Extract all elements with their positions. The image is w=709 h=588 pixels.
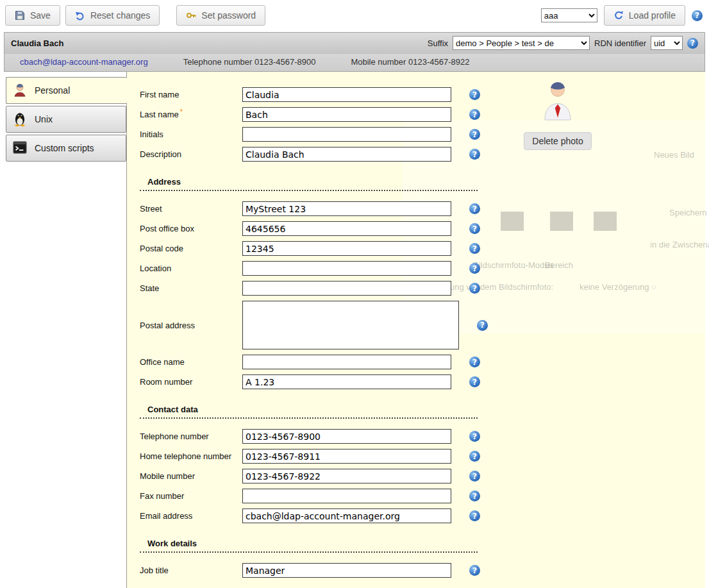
home-telephone-input[interactable] (242, 449, 451, 464)
save-icon (15, 10, 25, 21)
field-label: Location (140, 264, 242, 273)
last-name-input[interactable] (242, 107, 451, 122)
profile-select[interactable]: aaa (541, 8, 597, 22)
help-icon[interactable]: ? (469, 431, 480, 442)
reload-icon (613, 10, 624, 21)
tab-custom-scripts[interactable]: Custom scripts (6, 135, 126, 162)
help-icon[interactable]: ? (469, 471, 480, 482)
help-icon[interactable]: ? (469, 109, 480, 120)
help-icon[interactable]: ? (477, 320, 488, 331)
help-icon[interactable]: ? (469, 491, 480, 501)
field-label: Last name* (140, 110, 242, 119)
account-name: Claudia Bach (11, 38, 63, 48)
header-row-info: cbach@ldap-account-manager.org Telephone… (4, 53, 705, 71)
rdn-select[interactable]: uid (651, 36, 683, 50)
form-row: First name ? (140, 87, 705, 102)
field-label: Fax number (140, 491, 242, 501)
tab-unix[interactable]: Unix (6, 106, 126, 133)
first-name-input[interactable] (242, 87, 451, 102)
office-name-input[interactable] (242, 355, 451, 369)
module-tab-list: Personal Unix Custom scripts (4, 72, 126, 588)
help-icon[interactable]: ? (469, 129, 480, 140)
help-icon[interactable]: ? (469, 565, 480, 576)
help-icon[interactable]: ? (469, 357, 480, 367)
help-icon[interactable]: ? (469, 263, 480, 274)
tab-custom-scripts-label: Custom scripts (35, 143, 94, 153)
load-profile-button[interactable]: Load profile (604, 5, 685, 26)
location-input[interactable] (242, 261, 451, 276)
set-password-label: Set password (201, 10, 256, 21)
post-office-box-input[interactable] (242, 221, 451, 236)
help-icon[interactable]: ? (469, 203, 480, 214)
email-link[interactable]: cbach@ldap-account-manager.org (20, 57, 148, 67)
help-icon[interactable]: ? (469, 451, 480, 462)
initials-input[interactable] (242, 127, 451, 142)
postal-code-input[interactable] (242, 241, 451, 256)
header-row-top: Claudia Bach Suffix demo > People > test… (4, 33, 705, 53)
room-number-input[interactable] (242, 374, 451, 389)
load-profile-label: Load profile (629, 10, 676, 21)
header-right-group: Suffix demo > People > test > de RDN ide… (428, 36, 698, 50)
fax-number-input[interactable] (242, 489, 451, 503)
user-photo (542, 80, 574, 123)
mobile-number-input[interactable] (242, 469, 451, 483)
postal-address-textarea[interactable] (242, 301, 459, 349)
tab-personal[interactable]: Personal (6, 77, 127, 104)
section-title-contact: Contact data (140, 405, 478, 419)
email-address-input[interactable] (242, 508, 451, 523)
help-icon[interactable]: ? (687, 38, 698, 49)
description-input[interactable] (242, 147, 451, 162)
set-password-button[interactable]: Set password (176, 5, 265, 26)
field-label: Email address (140, 511, 242, 521)
form-row: Postal code ? (140, 241, 705, 256)
form-row: Description ? (140, 147, 705, 162)
state-input[interactable] (242, 281, 451, 296)
form-row: Postal address ? (140, 301, 705, 349)
telephone-number-input[interactable] (242, 429, 451, 444)
save-button-label: Save (30, 10, 51, 21)
reset-changes-button[interactable]: Reset changes (65, 5, 160, 26)
section-title-address: Address (140, 177, 478, 191)
person-icon (12, 81, 28, 100)
required-marker: * (180, 108, 183, 115)
form-row: Fax number ? (140, 489, 705, 503)
save-button[interactable]: Save (5, 5, 60, 26)
job-title-input[interactable] (242, 563, 451, 578)
undo-arrow-icon (75, 10, 85, 21)
field-label: Street (140, 204, 242, 214)
penguin-icon (12, 110, 28, 129)
help-icon[interactable]: ? (469, 223, 480, 234)
delete-photo-button[interactable]: Delete photo (524, 132, 591, 150)
help-icon[interactable]: ? (469, 510, 480, 521)
help-icon[interactable]: ? (469, 243, 480, 254)
form-row: State ? (140, 281, 705, 296)
rdn-identifier-label: RDN identifier (594, 38, 646, 48)
toolbar: Save Reset changes Set password aaa Load… (0, 0, 709, 32)
form-row: Initials ? (140, 127, 705, 142)
key-icon (186, 10, 196, 21)
help-icon[interactable]: ? (692, 10, 703, 21)
form-row: Street ? (140, 201, 705, 216)
header-telephone: Telephone number 0123-4567-8900 (183, 57, 316, 67)
form-row: Post office box ? (140, 221, 705, 236)
header-mobile: Mobile number 0123-4567-8922 (351, 57, 469, 67)
field-label: Postal address (140, 321, 242, 330)
form-row: Room number ? (140, 374, 705, 389)
help-icon[interactable]: ? (469, 283, 480, 294)
field-label-text: Last name (140, 110, 179, 119)
suffix-select[interactable]: demo > People > test > de (453, 36, 590, 50)
suffix-label: Suffix (428, 38, 448, 48)
form-row: Home telephone number ? (140, 449, 705, 464)
field-label: Post office box (140, 224, 242, 233)
toolbar-right-group: aaa Load profile ? (541, 5, 703, 26)
form-row: Office name ? (140, 355, 705, 369)
field-label: Room number (140, 377, 242, 387)
form-row: Job title ? (140, 563, 705, 578)
street-input[interactable] (242, 201, 451, 216)
help-icon[interactable]: ? (469, 376, 480, 387)
help-icon[interactable]: ? (469, 89, 480, 100)
account-body: Personal Unix Custom scripts Neues Bild (4, 72, 705, 588)
terminal-icon (12, 139, 28, 158)
help-icon[interactable]: ? (469, 149, 480, 160)
form-row: Mobile number ? (140, 469, 705, 483)
